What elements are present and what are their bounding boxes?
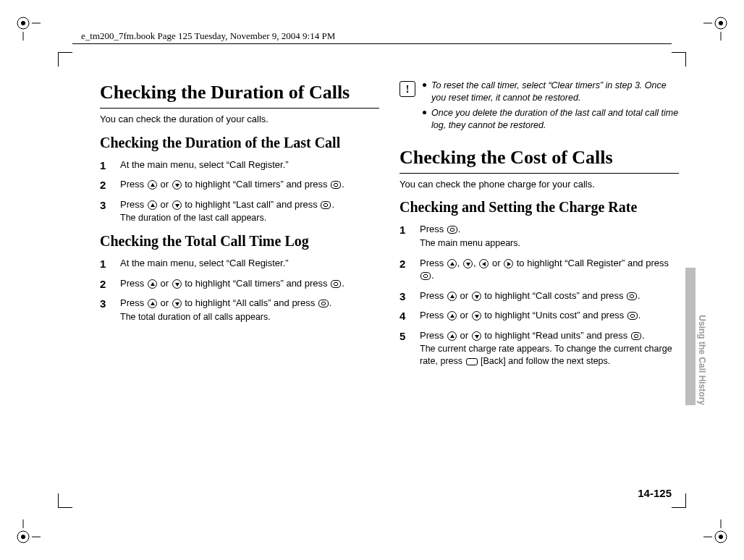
svg-point-13 [719,535,723,539]
step-a1: At the main menu, select “Call Register.… [100,158,379,171]
step-c4: Press or to highlight “Units cost” and p… [400,309,679,322]
right-column: To reset the call timer, select “Clear t… [400,80,679,375]
text: to highlight “Last call” and press [182,199,321,210]
warning-list: To reset the call timer, select “Clear t… [423,80,679,135]
step-a3-note: The duration of the last call appears. [120,212,379,224]
side-section-label: Using the Call History [697,315,707,405]
text: or [158,199,172,210]
center-key-icon [331,181,341,189]
text: to highlight “Units cost” and press [482,310,627,321]
text: Press [420,290,447,301]
warning-box: To reset the call timer, select “Clear t… [400,80,679,135]
down-key-icon [172,299,182,308]
page-content: Checking the Duration of Calls You can c… [100,80,679,375]
center-key-icon [331,280,341,288]
text: Press [120,278,147,289]
text: . [431,270,434,281]
center-key-icon [627,312,638,320]
page-info-header: e_tm200_7fm.book Page 125 Tuesday, Novem… [81,30,335,42]
text: to highlight “Call costs” and press [482,290,626,301]
text: . [642,330,645,341]
text: to highlight “Call timers” and press [182,179,330,190]
up-key-icon [148,279,157,289]
center-key-icon [447,226,457,234]
text: Press [420,224,447,234]
text: to highlight “All calls” and press [182,297,318,308]
text: or [457,290,471,301]
step-b1-text: At the main menu, select “Call Register.… [120,258,289,268]
text: or [457,310,471,321]
text: Press [420,310,447,321]
inner-crop-br [672,493,686,508]
center-key-icon [631,332,641,340]
text: , [457,258,462,268]
right-key-icon [504,259,513,268]
step-c2: Press , , or to highlight “Call Register… [400,257,679,282]
left-key-icon [479,259,489,268]
up-key-icon [148,299,157,308]
svg-point-9 [21,535,25,539]
svg-point-1 [21,21,25,25]
down-key-icon [472,331,481,341]
steps-charge-rate: Press . The main menu appears. Press , ,… [400,223,679,368]
down-key-icon [172,279,182,289]
down-key-icon [472,292,481,301]
center-key-icon [321,201,331,209]
softkey-icon [466,358,478,365]
svg-point-5 [719,21,723,25]
warning-item-1: To reset the call timer, select “Clear t… [423,80,679,104]
crop-mark-br [703,519,730,546]
center-key-icon [318,300,329,307]
intro-duration: You can check the duration of your calls… [100,113,379,126]
heading-duration: Checking the Duration of Calls [100,80,379,109]
text: or [457,330,471,341]
intro-cost: You can check the phone charge for your … [400,178,679,191]
page-number: 14-125 [638,487,672,499]
down-key-icon [172,180,182,190]
up-key-icon [148,180,157,190]
text: Press [120,297,147,308]
text: , [473,258,478,268]
up-key-icon [447,259,457,268]
warning-icon [400,81,415,97]
up-key-icon [447,292,457,301]
thumb-index-bar [685,268,696,405]
step-a1-text: At the main menu, select “Call Register.… [120,159,289,170]
center-key-icon [627,292,637,300]
text: [Back] and follow the next steps. [478,356,611,366]
text: to highlight “Call timers” and press [182,278,330,289]
steps-last-call: At the main menu, select “Call Register.… [100,158,379,225]
step-b3: Press or to highlight “All calls” and pr… [100,297,379,323]
text: or [158,179,172,190]
down-key-icon [172,200,182,210]
heading-charge-rate: Checking and Setting the Charge Rate [400,198,679,217]
step-c1: Press . The main menu appears. [400,223,679,249]
text: or [158,297,172,308]
down-key-icon [463,259,473,268]
step-a3: Press or to highlight “Last call” and pr… [100,198,379,224]
text: . [638,310,641,321]
text: . [329,297,332,308]
heading-total-log: Checking the Total Call Time Log [100,232,379,251]
inner-crop-bl [58,493,72,508]
step-b1: At the main menu, select “Call Register.… [100,257,379,270]
text: . [638,290,641,301]
crop-mark-tr [703,14,730,41]
text: Press [120,199,147,210]
text: Press [420,330,447,341]
heading-last-call: Checking the Duration of the Last Call [100,133,379,153]
text: to highlight “Call Register” and press [514,258,669,268]
heading-cost: Checking the Cost of Calls [400,145,679,174]
text: . [342,179,344,190]
step-c3: Press or to highlight “Call costs” and p… [400,289,679,302]
down-key-icon [472,311,481,321]
step-b3-note: The total duration of all calls appears. [120,311,379,323]
step-c1-note: The main menu appears. [420,237,679,250]
text: or [158,278,172,289]
up-key-icon [148,200,157,210]
warning-item-2: Once you delete the duration of the last… [423,107,679,132]
inner-crop-tl [58,52,72,67]
crop-mark-bl [14,519,41,546]
up-key-icon [447,331,457,341]
text: Press [120,179,147,190]
